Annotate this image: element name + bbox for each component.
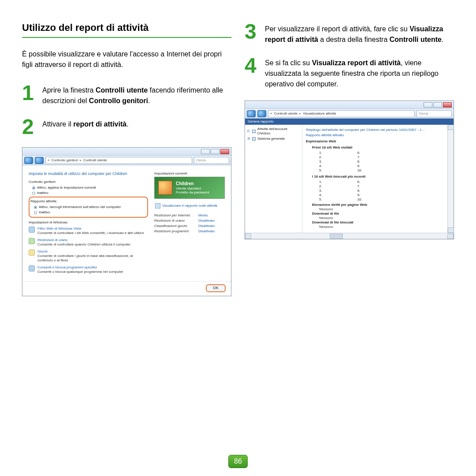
titlebar [245,101,454,109]
step-number: 3 [245,22,260,41]
right-column: 3 Per visualizzare il report di attività… [245,22,454,296]
step-3: 3 Per visualizzare il report di attività… [245,22,454,45]
step-number: 1 [22,83,38,102]
report-title: Riepilogo dell'attività del computer per… [306,127,444,133]
highlighted-activity-report-group: Rapporto attività: Attivo, raccogli info… [29,197,148,218]
setting-games[interactable]: GiochiConsente di controllare i giochi i… [29,249,148,263]
subheading: Impostazioni di Windows [29,220,148,225]
radio-icon [32,186,35,190]
back-icon[interactable] [24,157,33,164]
step-text: Se si fa clic su Visualizza report di at… [265,56,454,89]
search-input[interactable]: Cerca [194,157,229,164]
step-text: Aprire la finestra Controlli utente face… [42,83,231,106]
report-subsection-blocked10: I 10 siti Web bloccati più recenti [306,174,444,180]
toolbar-generate-report[interactable]: Genera rapporto [245,119,454,125]
minimize-button[interactable] [201,149,210,154]
scroll-up-icon[interactable] [448,125,454,130]
setting-programs[interactable]: Consenti e blocca programmi specificiCon… [29,265,148,274]
radio-icon [32,192,35,195]
folder-icon [252,137,256,141]
step-text: Per visualizzare il report di attività, … [265,22,454,45]
radio-report-on[interactable]: Attivo, raccogli informazioni sull'utili… [30,205,145,210]
number-list: 1.2.3.4.5. 6.7.8.9.10. [306,151,444,174]
report-subsection-top10: Primi 10 siti Web visitati [306,145,444,151]
vertical-scrollbar[interactable] [447,125,454,233]
group-label: Impostazioni correnti: [154,171,225,176]
intro-paragraph: È possibile visualizzare e valutare l'ac… [22,49,231,70]
clock-icon [29,238,35,244]
user-card: Children Utente standard Protetto da pas… [154,177,225,199]
avatar [158,181,172,195]
horizontal-scrollbar[interactable] [245,233,454,239]
programs-icon [29,265,35,271]
address-bar: « Controlli utente ▸ Visualizzatore atti… [245,109,454,119]
step-2: 2 Attivare il report di attività. [22,117,231,136]
close-button[interactable] [220,149,229,154]
report-section-web: Esplorazione Web [306,138,444,145]
scroll-down-icon[interactable] [448,227,454,233]
radio-parental-off[interactable]: Inattivo [29,190,148,196]
breadcrumb[interactable]: « Controlli utente ▸ Visualizzatore atti… [268,110,415,117]
page-number-badge: 86 [228,455,248,468]
setting-web-filter[interactable]: Filtro Web di Windows VistaConsente di c… [29,227,148,235]
step-4: 4 Se si fa clic su Visualizza report di … [245,56,454,89]
close-button[interactable] [443,102,452,108]
report-panel: Riepilogo dell'attività del computer per… [302,125,447,233]
group-label: Controllo genitori: [29,180,148,184]
scroll-right-icon[interactable] [447,234,454,239]
maximize-button[interactable] [211,149,219,154]
number-list: 1.2.3.4.5. 6.7.8.9.10. [306,180,444,203]
ok-button[interactable]: OK [206,284,226,292]
scrollbar-thumb[interactable] [330,234,343,239]
view-activity-report-link[interactable]: Visualizzare il rapporto sulle attività [155,203,225,208]
radio-parental-on[interactable]: Attivo, applica le impostazioni correnti [29,185,148,190]
report-state: Rapporto attività attivato [306,133,444,138]
step-text: Attivare il report di attività. [42,117,129,130]
step-number: 2 [22,117,38,136]
folder-icon [252,130,256,133]
step-number: 4 [245,56,260,75]
window-heading: Imposta le modalità di utilizzo del comp… [29,171,148,176]
tree-item-system-general[interactable]: ⊞Sistema generale [247,136,300,141]
games-icon [29,249,35,256]
breadcrumb[interactable]: « Controllo genitori ▸ Controlli utente [45,157,192,164]
radio-icon [34,211,37,214]
scroll-left-icon[interactable] [245,234,251,239]
back-icon[interactable] [247,110,256,117]
tree-panel: ⊟Attività dell'account Children ⊞Sistema… [245,125,302,233]
search-input[interactable]: Cerca [416,110,452,117]
step-1: 1 Aprire la finestra Controlli utente fa… [22,83,231,106]
group-label: Rapporto attività: [30,199,145,204]
left-column: Utilizzo del report di attività È possib… [22,22,231,296]
report-icon [155,203,160,208]
minimize-button[interactable] [424,102,432,108]
radio-report-off[interactable]: Inattivo [30,210,145,215]
setting-time-restrictions[interactable]: Restrizioni di orarioConsente di control… [29,238,148,247]
maximize-button[interactable] [433,102,442,108]
current-settings-table: Restrizioni per Internet:Medio Restrizio… [154,213,225,234]
globe-icon [29,227,35,233]
tree-item-account-activity[interactable]: ⊟Attività dell'account Children [247,126,300,136]
forward-icon[interactable] [257,110,266,117]
forward-icon[interactable] [35,157,44,164]
titlebar [22,148,231,156]
section-title: Utilizzo del report di attività [22,22,231,38]
radio-icon [34,206,37,209]
address-bar: « Controllo genitori ▸ Controlli utente … [22,156,231,165]
screenshot-parental-controls-window: « Controllo genitori ▸ Controlli utente … [22,147,231,296]
screenshot-activity-viewer-window: « Controlli utente ▸ Visualizzatore atti… [245,100,454,239]
